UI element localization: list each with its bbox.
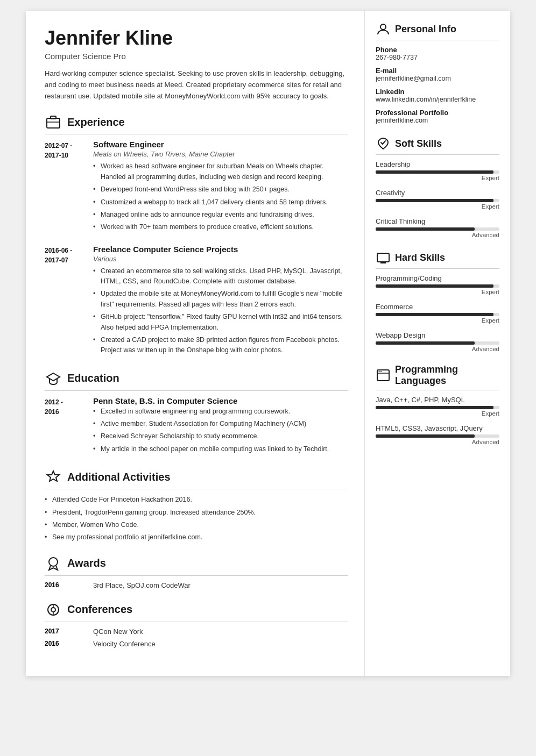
personal-info-header: Personal Info [376,22,499,40]
resume-container: Jennifer Kline Computer Science Pro Hard… [26,11,510,676]
activities-section: Additional Activities Attended Code For … [45,468,348,543]
hard-skill-fill-3 [376,341,475,345]
education-entry-1: 2012 -2016 Penn State, B.S. in Computer … [45,396,348,457]
award-entry-1: 2016 3rd Place, SpOJ.com CodeWar [45,581,348,589]
prog-skill-bar-1 [376,406,499,409]
hard-skill-fill-1 [376,284,493,288]
awards-header: Awards [45,555,348,576]
hard-skills-section: Hard Skills Programming/Coding Expert Ec… [376,250,499,352]
edu-degree-1: Penn State, B.S. in Computer Science [93,396,348,405]
hard-skill-2: Ecommerce Expert [376,303,499,324]
candidate-title: Computer Science Pro [45,52,348,61]
soft-skill-fill-3 [376,227,475,231]
svg-point-7 [51,608,55,612]
bullet-item: Managed online ads to announce regular e… [93,210,348,220]
education-section: Education 2012 -2016 Penn State, B.S. in… [45,370,348,457]
activity-item: Attended Code For Princeton Hackathon 20… [45,495,348,505]
prog-skill-level-1: Expert [376,410,499,417]
linkedin-label: LinkedIn [376,88,499,96]
info-phone: Phone 267-980-7737 [376,46,499,61]
prog-lang-section: Programming Languages Java, C++, C#, PHP… [376,364,499,445]
conf-date-2: 2016 [45,640,93,648]
experience-date-2: 2016-06 -2017-07 [45,245,93,358]
personal-info-section: Personal Info Phone 267-980-7737 E-mail … [376,22,499,124]
conf-text-2: Velocity Conference [93,640,156,648]
awards-section: Awards 2016 3rd Place, SpOJ.com CodeWar [45,555,348,589]
phone-value: 267-980-7737 [376,54,499,61]
bullet-item: GitHub project: "tensorflow." Fixed faul… [93,312,348,333]
conference-entry-2: 2016 Velocity Conference [45,640,348,648]
activities-list: Attended Code For Princeton Hackathon 20… [45,495,348,543]
prog-lang-icon [376,368,391,383]
hard-skill-fill-2 [376,313,493,316]
hard-skill-bar-2 [376,313,499,316]
bullet-item: Active member, Student Association for C… [93,419,348,429]
svg-rect-1 [51,116,56,119]
hard-skill-bar-3 [376,341,499,345]
education-content-1: Penn State, B.S. in Computer Science Exc… [93,396,348,457]
hard-skill-name-2: Ecommerce [376,303,499,311]
svg-rect-0 [47,118,60,128]
hard-skills-icon [376,250,391,265]
soft-skill-2: Creativity Expert [376,189,499,210]
experience-content-1: Software Engineer Meals on Wheels, Two R… [93,140,348,234]
svg-point-10 [380,24,386,30]
hard-skill-name-1: Programming/Coding [376,274,499,282]
bullet-item: Worked with 70+ team members to produce … [93,222,348,232]
svg-marker-3 [47,373,60,381]
bullet-item: Worked as head software engineer for sub… [93,161,348,182]
conferences-section: Conferences 2017 QCon New York 2016 Velo… [45,601,348,648]
hard-skill-bar-1 [376,284,499,288]
bullet-item: Excelled in software engineering and pro… [93,406,348,417]
candidate-name: Jennifer Kline [45,27,348,49]
svg-marker-4 [47,471,59,481]
hard-skill-level-1: Expert [376,289,499,295]
award-text-1: 3rd Place, SpOJ.com CodeWar [93,581,191,589]
info-linkedin: LinkedIn www.linkedin.com/in/jenniferfkl… [376,88,499,103]
experience-date-1: 2012-07 -2017-10 [45,140,93,234]
education-header: Education [45,370,348,391]
prog-skill-bar-2 [376,434,499,438]
experience-section: Experience 2012-07 -2017-10 Software Eng… [45,113,348,358]
hard-skills-header: Hard Skills [376,250,499,269]
bullet-item: Received Schreyer Scholarship to study e… [93,431,348,441]
right-column: Personal Info Phone 267-980-7737 E-mail … [365,11,510,676]
prog-skill-level-2: Advanced [376,439,499,445]
activities-header: Additional Activities [45,468,348,489]
hard-skill-name-3: Webapp Design [376,331,499,339]
svg-point-5 [49,558,58,566]
soft-skills-header: Soft Skills [376,136,499,155]
job-title-2: Freelance Computer Science Projects [93,245,348,254]
job-title-1: Software Engineer [93,140,348,149]
personal-info-icon [376,22,391,37]
activities-icon [45,468,62,486]
hard-skill-3: Webapp Design Advanced [376,331,499,352]
prog-skill-fill-1 [376,406,493,409]
portfolio-value: jenniferfkline.com [376,117,499,124]
prog-skill-name-2: HTML5, CSS3, Javascript, JQuery [376,424,499,432]
prog-skill-name-1: Java, C++, C#, PHP, MySQL [376,396,499,404]
experience-header: Experience [45,113,348,134]
company-2: Various [93,255,348,263]
soft-skill-name-2: Creativity [376,189,499,197]
soft-skills-section: Soft Skills Leadership Expert Creativity… [376,136,499,238]
bullet-item: Developed front-end WordPress site and b… [93,184,348,195]
company-1: Meals on Wheels, Two Rivers, Maine Chapt… [93,150,348,158]
soft-skill-level-1: Expert [376,175,499,181]
education-date-1: 2012 -2016 [45,396,93,457]
soft-skill-fill-2 [376,199,493,202]
prog-skill-2: HTML5, CSS3, Javascript, JQuery Advanced [376,424,499,445]
svg-point-16 [379,371,380,372]
prog-skill-1: Java, C++, C#, PHP, MySQL Expert [376,396,499,417]
info-portfolio: Professional Portfolio jenniferfkline.co… [376,109,499,124]
hard-skill-level-3: Advanced [376,346,499,352]
prog-lang-title: Programming Languages [395,364,499,387]
soft-skill-level-3: Advanced [376,232,499,238]
conferences-icon [45,601,62,618]
soft-skill-bar-2 [376,199,499,202]
hard-skill-level-2: Expert [376,317,499,324]
activities-title: Additional Activities [67,471,171,483]
conference-entry-1: 2017 QCon New York [45,627,348,636]
svg-point-17 [380,371,382,372]
candidate-summary: Hard-working computer science specialist… [45,68,348,102]
